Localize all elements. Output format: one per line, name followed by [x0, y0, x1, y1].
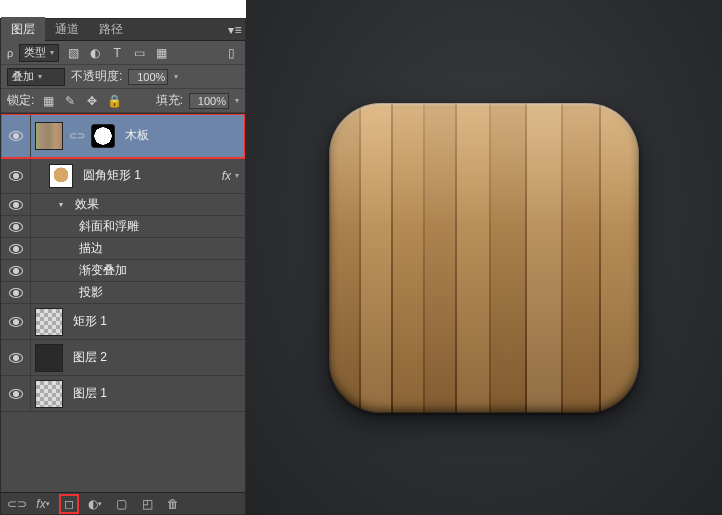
eye-icon: [9, 200, 23, 210]
eye-icon: [9, 317, 23, 327]
delete-layer-icon[interactable]: 🗑: [165, 496, 181, 512]
adjust-filter-icon[interactable]: ◐: [87, 45, 103, 61]
layer-name[interactable]: 图层 1: [67, 385, 239, 402]
effect-row-stroke[interactable]: 描边: [1, 238, 245, 260]
fx-badge[interactable]: fx: [222, 169, 235, 183]
lock-label: 锁定:: [7, 92, 34, 109]
fx-icon[interactable]: fx▾: [35, 496, 51, 512]
effect-name: 投影: [73, 284, 239, 301]
blend-mode-value: 叠加: [12, 69, 34, 84]
panel-menu-button[interactable]: ▾≡: [225, 23, 245, 37]
eye-icon: [9, 389, 23, 399]
layer-name[interactable]: 图层 2: [67, 349, 239, 366]
effects-header-row[interactable]: ▾ 效果: [1, 194, 245, 216]
effect-row-shadow[interactable]: 投影: [1, 282, 245, 304]
blend-mode-select[interactable]: 叠加 ▾: [7, 68, 65, 86]
visibility-toggle[interactable]: [1, 260, 31, 281]
visibility-toggle[interactable]: [1, 158, 31, 193]
visibility-toggle[interactable]: [1, 376, 31, 411]
lock-row: 锁定: ▦ ✎ ✥ 🔒 填充: 100% ▾: [1, 89, 245, 113]
visibility-toggle[interactable]: [1, 304, 31, 339]
tab-channels[interactable]: 通道: [45, 17, 89, 42]
shape-filter-icon[interactable]: ▭: [131, 45, 147, 61]
layers-panel: 图层 通道 路径 ▾≡ ρ 类型 ▾ ▧ ◐ T ▭ ▦ ▯ 叠加 ▾ 不透明度…: [0, 18, 246, 515]
adjustment-layer-icon[interactable]: ◐▾: [87, 496, 103, 512]
visibility-toggle[interactable]: [1, 194, 31, 215]
tab-layers[interactable]: 图层: [1, 17, 45, 42]
filter-kind-label: 类型: [24, 45, 46, 60]
canvas-area[interactable]: [246, 0, 722, 515]
visibility-toggle[interactable]: [1, 216, 31, 237]
chevron-down-icon: ▾: [50, 48, 54, 57]
layer-name[interactable]: 木板: [119, 127, 239, 144]
tab-paths[interactable]: 路径: [89, 17, 133, 42]
new-group-icon[interactable]: ▢: [113, 496, 129, 512]
wood-icon-preview: [329, 103, 639, 413]
effect-name: 斜面和浮雕: [73, 218, 239, 235]
opacity-input[interactable]: 100%: [128, 69, 168, 85]
eye-icon: [9, 171, 23, 181]
layer-name[interactable]: 矩形 1: [67, 313, 239, 330]
link-icon: ⊂⊃: [67, 130, 87, 141]
panel-tabs: 图层 通道 路径 ▾≡: [1, 19, 245, 41]
effect-name: 描边: [73, 240, 239, 257]
effect-row-gradient[interactable]: 渐变叠加: [1, 260, 245, 282]
type-filter-icon[interactable]: T: [109, 45, 125, 61]
disclose-icon[interactable]: ▾: [59, 200, 69, 209]
layer-thumbnail[interactable]: [49, 164, 73, 188]
eye-icon: [9, 266, 23, 276]
opacity-label: 不透明度:: [71, 68, 122, 85]
layer-name[interactable]: 圆角矩形 1: [77, 167, 222, 184]
chevron-down-icon[interactable]: ▾: [235, 171, 239, 180]
fill-input[interactable]: 100%: [189, 93, 229, 109]
effects-label: 效果: [69, 196, 239, 213]
layer-thumbnail[interactable]: [35, 344, 63, 372]
filter-kind-select[interactable]: 类型 ▾: [19, 44, 59, 62]
effect-row-bevel[interactable]: 斜面和浮雕: [1, 216, 245, 238]
chevron-down-icon[interactable]: ▾: [174, 72, 178, 81]
image-filter-icon[interactable]: ▧: [65, 45, 81, 61]
filter-toggle-icon[interactable]: ▯: [223, 45, 239, 61]
eye-icon: [9, 222, 23, 232]
visibility-toggle[interactable]: [1, 238, 31, 259]
eye-icon: [9, 353, 23, 363]
lock-all-icon[interactable]: 🔒: [106, 93, 122, 109]
smart-filter-icon[interactable]: ▦: [153, 45, 169, 61]
visibility-toggle[interactable]: [1, 114, 31, 157]
lock-transparency-icon[interactable]: ▦: [40, 93, 56, 109]
layer-mask-thumbnail[interactable]: [91, 124, 115, 148]
layer-thumbnail[interactable]: [35, 122, 63, 150]
effect-name: 渐变叠加: [73, 262, 239, 279]
layer-thumbnail[interactable]: [35, 380, 63, 408]
layer-row-wood[interactable]: ⊂⊃ 木板: [1, 114, 245, 158]
fill-label: 填充:: [156, 92, 183, 109]
lock-paint-icon[interactable]: ✎: [62, 93, 78, 109]
chevron-down-icon[interactable]: ▾: [235, 96, 239, 105]
add-mask-icon[interactable]: ◻: [61, 496, 77, 512]
layer-list: ⊂⊃ 木板 圆角矩形 1 fx ▾ ▾ 效果 斜面和浮雕 描: [1, 113, 245, 492]
panel-footer: ⊂⊃ fx▾ ◻ ◐▾ ▢ ◰ 🗑: [1, 492, 245, 514]
eye-icon: [9, 244, 23, 254]
eye-icon: [9, 131, 23, 141]
layer-row-rounded-rect[interactable]: 圆角矩形 1 fx ▾: [1, 158, 245, 194]
lock-position-icon[interactable]: ✥: [84, 93, 100, 109]
layer-filter-row: ρ 类型 ▾ ▧ ◐ T ▭ ▦ ▯: [1, 41, 245, 65]
eye-icon: [9, 288, 23, 298]
layer-row-layer1[interactable]: 图层 1: [1, 376, 245, 412]
visibility-toggle[interactable]: [1, 282, 31, 303]
blend-row: 叠加 ▾ 不透明度: 100% ▾: [1, 65, 245, 89]
visibility-toggle[interactable]: [1, 340, 31, 375]
layer-row-rect1[interactable]: 矩形 1: [1, 304, 245, 340]
chevron-down-icon: ▾: [38, 72, 42, 81]
new-layer-icon[interactable]: ◰: [139, 496, 155, 512]
layer-thumbnail[interactable]: [35, 308, 63, 336]
layer-row-layer2[interactable]: 图层 2: [1, 340, 245, 376]
link-layers-icon[interactable]: ⊂⊃: [9, 496, 25, 512]
